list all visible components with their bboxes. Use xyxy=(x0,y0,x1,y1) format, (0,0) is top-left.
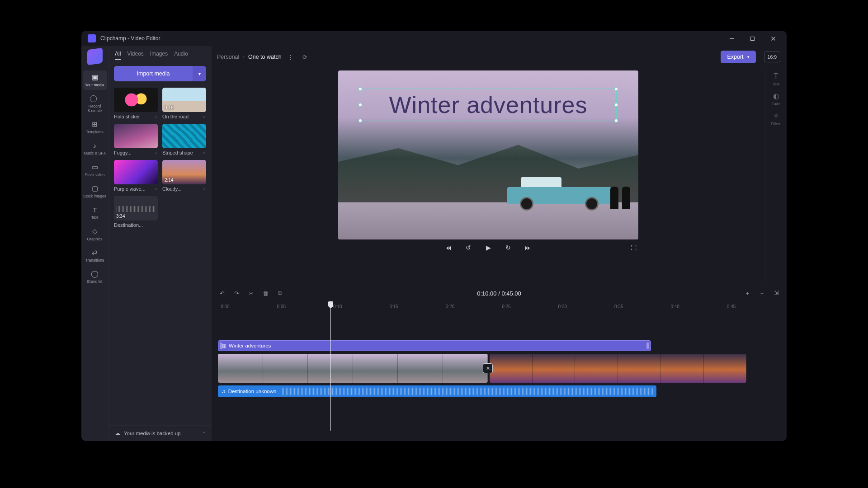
more-options-button[interactable]: ⋮ xyxy=(285,52,296,62)
clip-label: Winter adventures xyxy=(229,343,271,348)
rewind-button[interactable]: ↺ xyxy=(463,244,473,251)
preview-canvas[interactable]: Winter adventures xyxy=(338,70,638,239)
right-rail-filters[interactable]: ✧ Filters xyxy=(771,112,781,126)
playhead-knob[interactable] xyxy=(328,301,333,308)
tab-videos[interactable]: Videos xyxy=(127,51,143,60)
undo-button[interactable]: ↶ xyxy=(218,290,226,297)
fullscreen-button[interactable]: ⛶ xyxy=(628,244,638,251)
split-button[interactable]: ✂ xyxy=(247,290,255,297)
resize-handle[interactable] xyxy=(359,87,362,91)
media-thumb xyxy=(114,88,158,112)
clipchamp-logo-icon[interactable] xyxy=(87,48,103,66)
media-name: Destination... xyxy=(114,222,143,228)
clip-trim-left[interactable] xyxy=(220,343,222,349)
play-button[interactable]: ▶ xyxy=(483,244,493,251)
export-label: Export xyxy=(727,54,743,60)
media-item[interactable]: Hola sticker✓ xyxy=(114,88,158,119)
tab-images[interactable]: Images xyxy=(150,51,168,60)
right-rail-text[interactable]: T Text xyxy=(773,72,780,86)
rail-label: Graphics xyxy=(87,237,102,241)
redo-button[interactable]: ↷ xyxy=(232,290,241,297)
media-item[interactable]: 0:16 On the road✓ xyxy=(162,88,206,119)
breadcrumb-current[interactable]: One to watch xyxy=(248,54,282,60)
skip-start-button[interactable]: ⏮ xyxy=(443,244,453,251)
breadcrumb-root[interactable]: Personal xyxy=(217,54,239,60)
rail-templates[interactable]: ⊞ Templates xyxy=(83,117,107,137)
media-item[interactable]: Foggy...✓ xyxy=(114,124,158,155)
media-item[interactable]: 3:34 Destination... xyxy=(114,196,158,228)
media-name: Purple wave... xyxy=(114,186,146,192)
main-area: Personal › One to watch ⋮ ⟳ Export ▾ 16:… xyxy=(212,46,787,441)
folder-icon: ▣ xyxy=(91,73,99,81)
media-name: Cloudy... xyxy=(162,186,182,192)
transition-button[interactable]: ✕ xyxy=(483,363,493,373)
check-icon: ✓ xyxy=(154,150,158,155)
resize-handle[interactable] xyxy=(614,103,618,107)
right-rail: T Text ◐ Fade ✧ Filters xyxy=(765,68,787,284)
minimize-button[interactable] xyxy=(722,32,741,45)
right-rail-label: Filters xyxy=(771,122,781,126)
timeline-time: 0:10.00 / 0:45.00 xyxy=(477,290,521,297)
rail-your-media[interactable]: ▣ Your media xyxy=(83,70,107,90)
image-icon: ▢ xyxy=(91,184,99,192)
media-thumb xyxy=(114,160,158,184)
import-label: Import media xyxy=(114,66,193,81)
resize-handle[interactable] xyxy=(614,87,618,91)
timeline-toolbar: ↶ ↷ ✂ 🗑 ⧉ 0:10.00 / 0:45.00 ＋ － ⇲ xyxy=(212,284,787,302)
check-icon: ✓ xyxy=(154,187,158,192)
cloud-sync-button[interactable]: ⟳ xyxy=(300,52,311,62)
resize-handle[interactable] xyxy=(359,103,362,107)
rail-music-sfx[interactable]: ♪ Music & SFX xyxy=(83,139,107,158)
tab-all[interactable]: All xyxy=(115,51,121,60)
right-rail-fade[interactable]: ◐ Fade xyxy=(772,92,780,106)
app-window: Clipchamp - Video Editor ▣ Your media ⃝ … xyxy=(81,31,787,441)
music-icon: ♪ xyxy=(91,141,99,150)
import-dropdown[interactable]: ▾ xyxy=(193,66,206,81)
rail-text[interactable]: T Text xyxy=(83,203,107,222)
aspect-ratio-button[interactable]: 16:9 xyxy=(764,52,780,62)
backup-status[interactable]: ☁ Your media is backed up ˄ xyxy=(108,425,212,441)
rail-brand-kit[interactable]: ◯ Brand kit xyxy=(83,267,107,286)
preview-stage: Winter adventures ⏮ ↺ ▶ ↻ xyxy=(212,68,765,284)
resize-handle[interactable] xyxy=(359,119,362,122)
text-clip[interactable]: ▥ Winter adventures xyxy=(218,340,651,351)
close-button[interactable] xyxy=(763,32,783,45)
transitions-icon: ⇄ xyxy=(91,249,99,257)
video-clip-2[interactable] xyxy=(490,354,747,383)
check-icon: ✓ xyxy=(203,187,206,192)
top-bar: Personal › One to watch ⋮ ⟳ Export ▾ 16:… xyxy=(212,46,787,68)
add-track-button[interactable]: ＋ xyxy=(743,289,751,297)
fit-timeline-button[interactable]: ⇲ xyxy=(772,289,780,297)
rail-transitions[interactable]: ⇄ Transitions xyxy=(83,246,107,265)
timeline-tracks[interactable]: ▥ Winter adventures ✕ ♫ xyxy=(218,313,780,431)
media-name: On the road xyxy=(162,114,189,119)
delete-button[interactable]: 🗑 xyxy=(261,290,269,297)
resize-handle[interactable] xyxy=(614,119,618,122)
templates-icon: ⊞ xyxy=(91,120,99,128)
media-item[interactable]: Striped shape✓ xyxy=(162,124,206,155)
media-grid: Hola sticker✓ 0:16 On the road✓ Foggy...… xyxy=(108,84,212,231)
forward-button[interactable]: ↻ xyxy=(503,244,513,251)
rail-stock-video[interactable]: ▭ Stock video xyxy=(83,160,107,180)
media-item[interactable]: Purple wave...✓ xyxy=(114,160,158,192)
import-media-button[interactable]: Import media ▾ xyxy=(114,66,206,81)
rail-label: Stock video xyxy=(85,173,105,177)
clip-trim-right[interactable] xyxy=(646,343,649,349)
video-clip-1[interactable] xyxy=(218,354,488,383)
duplicate-button[interactable]: ⧉ xyxy=(276,290,284,297)
tab-audio[interactable]: Audio xyxy=(174,51,188,60)
export-button[interactable]: Export ▾ xyxy=(721,51,755,63)
media-item[interactable]: 2:14 Cloudy...✓ xyxy=(162,160,206,192)
media-name: Foggy... xyxy=(114,150,132,155)
maximize-button[interactable] xyxy=(742,32,762,45)
ruler-tick: 0:30 xyxy=(558,304,567,309)
rail-record-create[interactable]: ⃝ Record & create xyxy=(83,92,107,116)
rail-graphics[interactable]: ◇ Graphics xyxy=(83,225,107,244)
rail-stock-images[interactable]: ▢ Stock images xyxy=(83,182,107,201)
title-text-box[interactable]: Winter adventures xyxy=(360,89,617,121)
skip-end-button[interactable]: ⏭ xyxy=(523,244,533,251)
audio-clip[interactable]: ♫ Destination unknown xyxy=(218,385,656,397)
playhead[interactable] xyxy=(330,302,331,431)
zoom-out-button[interactable]: － xyxy=(758,289,766,297)
timeline-ruler[interactable]: 0:00 0:05 0:10 0:15 0:20 0:25 0:30 0:35 … xyxy=(218,302,780,313)
